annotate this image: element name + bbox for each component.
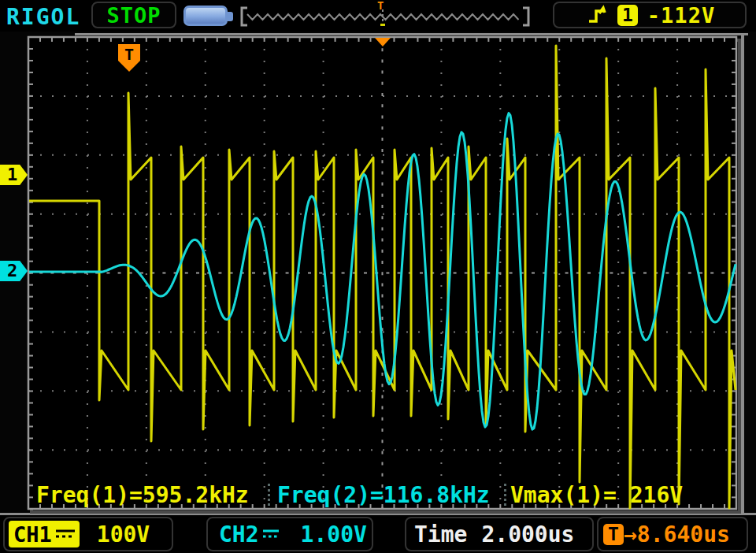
ch2-status-box: CH2 1.00V [206, 517, 373, 551]
ch1-selected-tag: CH1 [9, 521, 80, 547]
trigger-level-value: -112V [647, 3, 715, 28]
measurement-separator [268, 484, 270, 506]
dc-coupling-icon [261, 528, 280, 540]
memory-position-bar: T [238, 2, 532, 32]
edge-trigger-icon [586, 4, 610, 26]
measurements-row: Freq(1)=595.2kHz Freq(2)=116.8kHz Vmax(1… [0, 482, 756, 506]
ch2-scale-value: 1.00V [301, 521, 367, 547]
ch1-status-box: CH1 100V [3, 517, 173, 551]
trigger-offset-badge: T [603, 524, 624, 545]
oscilloscope-screen: RIGOL STOP T 1 -112V 12T Freq(1)=595.2kH… [0, 0, 756, 553]
trigger-offset-value: →8.640us [624, 521, 730, 547]
ch2-label: CH2 [219, 521, 280, 547]
dc-coupling-icon [54, 528, 76, 540]
acquisition-status-box: STOP [91, 2, 176, 28]
trigger-offset-box: T →8.640us [597, 517, 748, 551]
measurement-separator [504, 484, 506, 506]
ch1-scale-value: 100V [97, 521, 150, 547]
channel-status-bar: CH1 100V CH2 1.00V Time 2.000us [0, 515, 756, 553]
horizontal-trigger-position-icon [375, 38, 391, 46]
ch2-label-text: CH2 [219, 521, 259, 547]
timebase-value: 2.000us [481, 521, 574, 547]
run-stop-status: STOP [106, 3, 161, 28]
battery-icon [183, 6, 228, 26]
waveform-preview-icon [238, 2, 532, 32]
measurement-vmax-ch1: Vmax(1)= 216V [510, 482, 683, 508]
ch1-label: CH1 [13, 522, 52, 547]
waveform-display [0, 0, 756, 553]
trigger-position-preview-marker: T [377, 0, 384, 12]
timebase-status-box: Time 2.000us [405, 517, 594, 551]
status-bar: RIGOL STOP T 1 -112V [0, 0, 756, 32]
trigger-info-box: 1 -112V [553, 2, 747, 28]
brand-logo: RIGOL [6, 4, 80, 30]
timebase-label: Time [414, 521, 467, 547]
measurement-freq-ch1: Freq(1)=595.2kHz [36, 482, 249, 508]
trigger-source-badge: 1 [617, 5, 638, 26]
measurement-freq-ch2: Freq(2)=116.8kHz [277, 482, 490, 508]
